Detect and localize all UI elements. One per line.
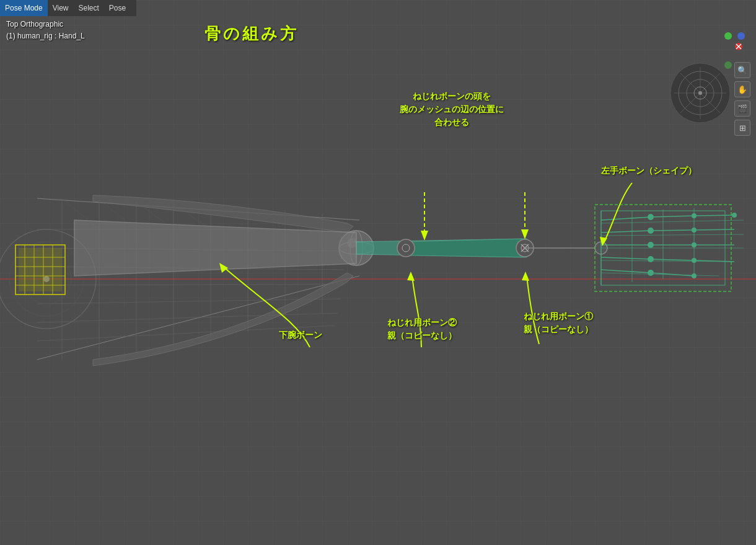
svg-point-72 (648, 256, 654, 262)
svg-line-85 (601, 260, 731, 262)
svg-rect-87 (595, 205, 731, 291)
hand-icon[interactable]: ✋ (734, 81, 750, 97)
svg-line-61 (694, 229, 734, 230)
svg-point-46 (516, 239, 534, 257)
svg-point-39 (339, 242, 374, 254)
svg-line-70 (651, 259, 694, 260)
svg-line-110 (736, 44, 741, 49)
svg-point-38 (339, 231, 374, 265)
svg-line-109 (736, 44, 741, 49)
svg-line-69 (601, 257, 651, 259)
svg-point-47 (521, 244, 529, 252)
svg-point-73 (692, 258, 697, 263)
svg-marker-94 (522, 272, 529, 281)
select-menu[interactable]: Select (74, 0, 104, 16)
svg-line-54 (651, 216, 694, 217)
svg-line-60 (651, 230, 694, 231)
svg-point-62 (648, 228, 654, 234)
svg-line-3 (37, 198, 359, 220)
svg-line-49 (521, 244, 529, 252)
svg-rect-1 (0, 0, 756, 545)
svg-line-23 (174, 203, 211, 229)
pose-menu[interactable]: Pose (104, 0, 131, 16)
note1-annotation: ねじれボーンの頭を 腕のメッシュの辺の位置に 合わせる (400, 90, 504, 129)
svg-line-14 (37, 248, 347, 251)
svg-line-83 (601, 234, 744, 236)
svg-line-21 (99, 200, 136, 229)
svg-point-56 (648, 214, 654, 220)
svg-line-53 (601, 217, 651, 220)
svg-line-59 (601, 231, 651, 233)
svg-point-63 (692, 228, 697, 233)
svg-line-20 (62, 198, 99, 229)
svg-point-41 (347, 238, 357, 248)
svg-line-75 (651, 273, 694, 276)
svg-line-22 (136, 202, 174, 229)
viewport: Pose Mode View Select Pose Top Orthograp… (0, 0, 756, 545)
svg-point-102 (687, 79, 714, 107)
svg-marker-89 (421, 231, 428, 241)
3d-scene (0, 0, 756, 545)
svg-point-44 (397, 239, 415, 257)
svg-point-45 (402, 244, 410, 252)
svg-point-58 (732, 213, 737, 218)
grid-icon[interactable]: ⊞ (734, 120, 750, 136)
svg-marker-42 (356, 239, 527, 257)
svg-rect-28 (15, 245, 65, 295)
svg-marker-91 (521, 229, 529, 239)
svg-point-25 (9, 242, 84, 316)
right-sidebar: 🔍 ✋ 🎬 ⊞ (734, 62, 753, 136)
svg-point-105 (724, 32, 732, 40)
svg-line-18 (37, 313, 338, 322)
svg-rect-29 (19, 248, 62, 291)
svg-line-100 (680, 73, 720, 113)
svg-marker-95 (600, 237, 607, 246)
svg-line-16 (37, 284, 344, 285)
svg-line-15 (37, 267, 344, 270)
title-annotation: 骨の組み方 (204, 22, 299, 46)
svg-marker-93 (407, 272, 415, 281)
svg-point-101 (679, 71, 722, 115)
svg-line-99 (680, 73, 720, 113)
svg-point-26 (22, 254, 71, 304)
svg-rect-52 (601, 211, 725, 285)
svg-point-68 (692, 242, 697, 247)
svg-marker-43 (406, 239, 524, 257)
svg-line-86 (601, 273, 719, 276)
twist2-label: ねじれ用ボーン② 親（コピーなし） (387, 316, 457, 342)
zoom-icon[interactable]: 🔍 (734, 62, 750, 78)
svg-point-57 (692, 213, 697, 218)
svg-point-67 (648, 242, 654, 248)
svg-line-74 (601, 270, 651, 273)
svg-point-51 (595, 242, 607, 254)
object-label: (1) human_rig : Hand_L (6, 30, 85, 42)
svg-line-82 (601, 220, 744, 223)
svg-marker-92 (219, 263, 228, 273)
svg-point-40 (350, 231, 363, 265)
svg-line-4 (37, 276, 359, 360)
svg-point-106 (735, 43, 742, 50)
svg-point-108 (737, 32, 745, 40)
svg-point-107 (724, 61, 732, 69)
svg-point-96 (670, 63, 730, 123)
svg-line-55 (694, 215, 734, 216)
camera-icon[interactable]: 🎬 (734, 100, 750, 117)
viewport-info: Top Orthographic (1) human_rig : Hand_L (6, 19, 85, 42)
view-menu[interactable]: View (48, 0, 74, 16)
svg-point-77 (692, 273, 697, 278)
lower-arm-label: 下腕ボーン (279, 329, 322, 342)
menu-bar: Pose Mode View Select Pose (0, 0, 136, 16)
twist1-label: ねじれ用ボーン① 親（コピーなし） (524, 310, 593, 336)
svg-rect-0 (0, 0, 756, 545)
hand-bone-label: 左手ボーン（シェイプ） (601, 164, 697, 177)
mode-menu[interactable]: Pose Mode (0, 0, 48, 16)
svg-point-76 (648, 270, 654, 276)
svg-point-103 (694, 87, 706, 99)
projection-label: Top Orthographic (6, 19, 85, 30)
svg-point-104 (698, 91, 702, 95)
svg-point-27 (43, 276, 50, 282)
svg-line-48 (521, 244, 529, 252)
svg-point-24 (0, 229, 96, 329)
svg-line-17 (37, 299, 341, 304)
svg-line-71 (694, 260, 734, 262)
